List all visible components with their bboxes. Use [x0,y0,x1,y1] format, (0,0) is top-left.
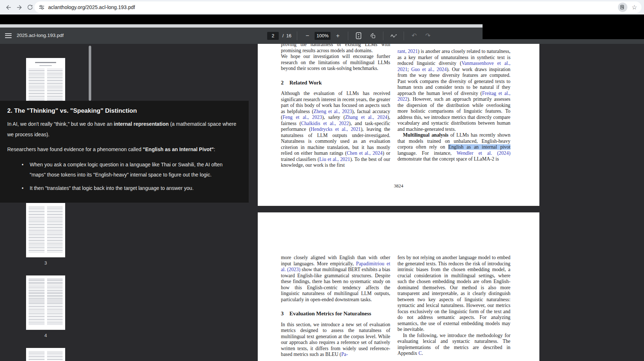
section-heading: 3Evaluation Metrics for Naturalness [281,311,390,317]
paragraph: fers by not relying on another language … [397,255,510,333]
document-magnifier-icon [620,5,625,10]
thumbnail-label-3: 3 [26,260,65,266]
menu-button[interactable] [4,32,12,39]
toolbar-divider [297,32,297,40]
citation-link[interactable]: Feng et al., 2023 [283,115,322,120]
paragraph: Multilingual analysis of LLMs has recent… [397,132,510,162]
undo-button[interactable]: ↶ [409,31,419,41]
page3-left-column: more closely aligned with English than w… [281,255,390,358]
thumbnail-label-4: 4 [26,333,65,338]
zoom-in-button[interactable]: + [333,31,342,41]
paragraph: We hope our investigation will encourage… [281,54,390,72]
url-bar[interactable]: aclanthology.org/2025.acl-long.193.pdf ☆ [34,1,641,13]
thumbnail-page-4[interactable] [26,275,65,330]
citation-link[interactable]: Zhang et al., 2024 [345,115,387,120]
thumbnail-content [35,62,56,63]
browser-toolbar: aclanthology.org/2025.acl-long.193.pdf ☆ [0,0,644,14]
page2-left-column: proving the naturalness of existing LLMs… [281,44,390,169]
zoom-out-button[interactable]: − [303,31,312,41]
thumbnail-page-3[interactable] [26,203,65,257]
pdf-page-3: more closely aligned with English than w… [258,212,539,361]
citation-link[interactable]: Pa- [341,352,348,357]
overlay-bullet: When you ask a complex logic question in… [30,159,239,180]
citation-link[interactable]: Liu et al., 2021 [319,157,350,162]
page-separator: / [282,33,284,38]
paragraph: In the following, we introduce the metho… [397,333,510,357]
paragraph: more closely aligned with English than w… [281,255,390,303]
thumbnail-page-5[interactable] [26,348,65,361]
site-settings-icon[interactable] [39,4,45,10]
citation-link[interactable]: C [418,350,422,356]
fit-page-button[interactable] [354,31,363,41]
doc-search-button[interactable] [618,3,627,12]
reload-icon [27,4,33,11]
thumbnail-content [29,279,63,325]
citation-link[interactable]: Guo et al., 2024 [411,67,447,72]
page-total: 16 [286,33,291,38]
overlay-bullet: It then "translates" that logic back int… [30,183,239,193]
thumbnail-content [29,351,63,361]
page2-right-column: rant, 2021) is another area closely rela… [397,49,510,162]
ink-pen-icon [390,32,397,39]
paragraph: proving the naturalness of existing LLMs… [281,44,390,54]
citation-link[interactable]: Chen et al., 2024 [347,150,383,156]
overlay-title: 2. The "Thinking" vs. "Speaking" Distinc… [7,107,239,115]
arrow-left-icon [5,4,12,11]
citation-link[interactable]: Wendler et al. (2024) [456,150,510,156]
annotate-button[interactable] [389,31,398,41]
section-heading: 2Related Work [281,80,390,86]
pdf-filename: 2025.acl-long.193.pdf [17,33,64,38]
pdf-page-2: proving the naturalness of existing LLMs… [258,44,539,206]
toolbar-divider [348,32,348,40]
arrow-right-icon [16,4,23,11]
redacted-box [483,14,644,39]
zoom-level[interactable]: 100% [315,32,331,40]
paragraph: rant, 2021) is another area closely rela… [397,49,510,132]
overlay-paragraph: Researchers have found evidence for a ph… [7,144,239,155]
page3-right-column: fers by not relying on another language … [397,255,510,357]
overlay-bullet-list: When you ask a complex logic question in… [7,159,239,193]
page-number-input[interactable] [267,32,279,40]
citation-link[interactable]: Zheng et al., 2023 [313,109,352,114]
browser-forward-button[interactable] [14,2,25,13]
pdf-toolbar-controls: / 16 − 100% + ↶ ↷ [267,28,433,44]
browser-back-button[interactable] [3,2,14,13]
citation-link[interactable]: rant, 2021 [397,49,418,54]
page-number-footer: 3824 [258,183,539,189]
fit-page-icon [356,32,361,39]
rotate-button[interactable] [368,31,378,41]
thumbnail-content [29,206,63,253]
toolbar-divider [404,32,404,40]
browser-reload-button[interactable] [25,2,35,13]
url-text[interactable]: aclanthology.org/2025.acl-long.193.pdf [48,4,135,10]
sidebar-scrollbar[interactable] [89,46,91,101]
annotation-overlay: 2. The "Thinking" vs. "Speaking" Distinc… [0,101,249,203]
toolbar-divider [383,32,383,40]
citation-link[interactable]: Hendrycks et al., 2021 [311,126,361,132]
rotate-icon [370,33,376,39]
hamburger-icon [5,33,12,34]
redo-button[interactable]: ↷ [423,31,433,41]
citation-link[interactable]: Chalkidis et al., 2022 [301,121,349,126]
bookmark-star-icon[interactable]: ☆ [632,4,637,11]
paragraph: In this section, we introduce a new set … [281,322,390,358]
paragraph: Although the evaluation of LLMs has rece… [281,91,390,169]
overlay-paragraph: In AI, we don't really "think," but we d… [7,119,239,140]
